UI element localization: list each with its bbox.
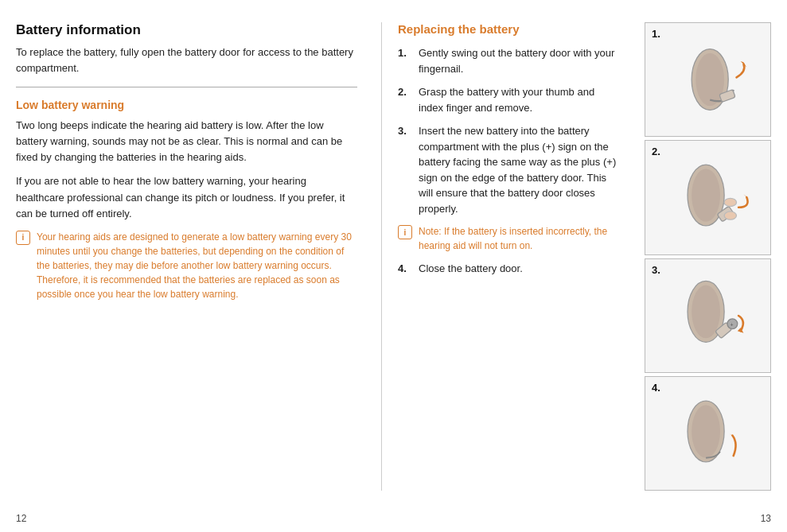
image-label-3: 3.: [652, 264, 660, 276]
svg-text:+: +: [731, 322, 734, 328]
middle-column: Replacing the battery 1. Gently swing ou…: [382, 22, 637, 491]
svg-point-11: [692, 285, 720, 338]
left-column: Battery information To replace the batte…: [16, 22, 382, 491]
image-box-3: 3. +: [645, 258, 771, 373]
right-column: 1. 2.: [637, 22, 771, 491]
middle-note-text: Note: If the battery is inserted incorre…: [419, 224, 621, 253]
step-4-text: Close the battery door.: [419, 262, 523, 274]
image-label-2: 2.: [652, 146, 660, 157]
page-footer: 12 13: [0, 507, 787, 532]
image-label-4: 4.: [652, 382, 660, 394]
image-box-1: 1.: [645, 22, 771, 137]
image-label-1: 1.: [652, 28, 660, 40]
step-3-text: Insert the new battery into the battery …: [419, 123, 621, 216]
svg-point-7: [724, 199, 736, 207]
image-box-4: 4.: [645, 376, 771, 491]
battery-info-title: Battery information: [16, 22, 357, 38]
steps-list: 1. Gently swing out the battery door wit…: [398, 45, 621, 216]
note-icon: i: [16, 231, 30, 245]
svg-point-1: [695, 53, 724, 107]
step-3: 3. Insert the new battery into the batte…: [398, 123, 621, 216]
step-2-text: Grasp the battery with your thumb and in…: [419, 84, 621, 115]
para1: Two long beeps indicate the hearing aid …: [16, 118, 357, 165]
footer-left-page: 12: [16, 513, 26, 524]
svg-point-5: [692, 169, 720, 223]
step-4: 4. Close the battery door.: [398, 262, 621, 274]
svg-point-17: [692, 405, 720, 458]
step-3-num: 3.: [398, 123, 412, 216]
middle-note: i Note: If the battery is inserted incor…: [398, 224, 621, 253]
step-4-num: 4.: [398, 262, 412, 274]
hearing-aid-image-4: [652, 382, 764, 484]
footer-right-page: 13: [761, 513, 771, 524]
image-box-2: 2.: [645, 140, 771, 254]
step-2-num: 2.: [398, 84, 412, 115]
low-battery-heading: Low battery warning: [16, 99, 357, 111]
note-text: Your hearing aids are designed to genera…: [37, 230, 357, 301]
step-1-text: Gently swing out the battery door with y…: [419, 45, 621, 76]
para2: If you are not able to hear the low batt…: [16, 173, 357, 221]
step-1-num: 1.: [398, 45, 412, 76]
hearing-aid-image-2: [652, 146, 764, 248]
step-2: 2. Grasp the battery with your thumb and…: [398, 84, 621, 115]
replacing-title: Replacing the battery: [398, 22, 621, 36]
intro-text: To replace the battery, fully open the b…: [16, 45, 357, 87]
middle-note-icon: i: [398, 225, 412, 239]
svg-point-8: [724, 212, 736, 219]
hearing-aid-image-3: +: [652, 265, 764, 367]
hearing-aid-image-1: [652, 29, 764, 130]
note-box: i Your hearing aids are designed to gene…: [16, 230, 357, 301]
step-1: 1. Gently swing out the battery door wit…: [398, 45, 621, 76]
